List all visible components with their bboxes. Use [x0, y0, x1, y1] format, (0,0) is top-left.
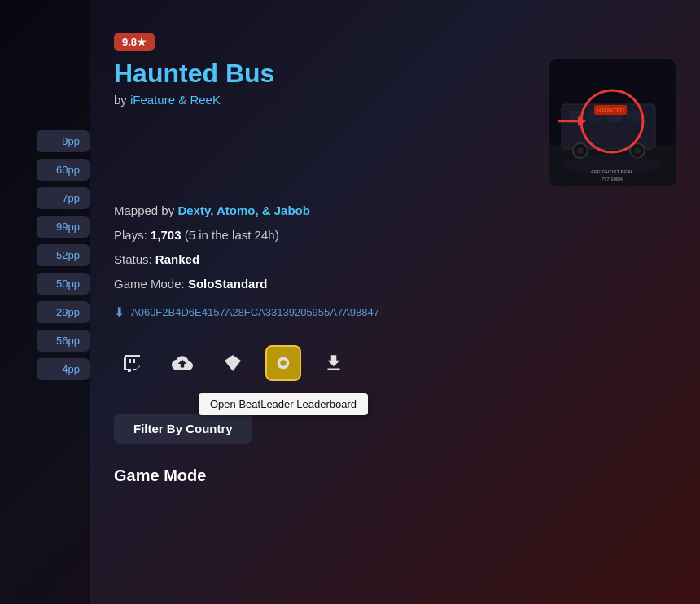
hash-download-icon: ⬇	[114, 300, 125, 326]
plays-value: 1,703	[151, 228, 182, 242]
sidebar-item-5: 52pp	[37, 244, 90, 266]
album-art: HAUNTED ARE GHOST REAL ??? 100%	[549, 59, 676, 186]
plays-recent: (5 in the last 24h)	[185, 228, 279, 242]
svg-rect-6	[626, 111, 641, 122]
sidebar-item-1: 9pp	[37, 130, 90, 152]
sidebar-item-3: 7pp	[37, 187, 90, 209]
gamemode-value: SoloStandard	[188, 277, 268, 291]
song-details: Mapped by Dexty, Atomo, & Jabob Plays: 1…	[114, 199, 676, 326]
diamond-icon	[223, 353, 243, 373]
status-line: Status: Ranked	[114, 247, 676, 272]
gamemode-line: Game Mode: SoloStandard	[114, 272, 676, 296]
album-art-svg: HAUNTED ARE GHOST REAL ??? 100%	[549, 59, 676, 186]
game-mode-heading: Game Mode	[114, 466, 676, 485]
album-art-inner: HAUNTED ARE GHOST REAL ??? 100%	[549, 59, 676, 186]
svg-text:ARE GHOST REAL: ARE GHOST REAL	[591, 169, 634, 174]
artist-prefix: by	[114, 93, 130, 107]
plays-label: Plays:	[114, 228, 151, 242]
gamemode-label: Game Mode:	[114, 277, 188, 291]
svg-text:HAUNTED: HAUNTED	[597, 107, 624, 113]
diamond-button[interactable]	[215, 345, 251, 381]
rating-badge: 9.8★	[114, 33, 155, 51]
main-content: 9.8★ Haunted Bus by iFeature & ReeK	[90, 16, 700, 604]
download-icon	[323, 352, 344, 374]
twitch-button[interactable]	[114, 345, 150, 381]
download-button[interactable]	[316, 345, 352, 381]
twitch-icon	[122, 353, 142, 373]
svg-point-12	[634, 147, 641, 154]
upload-icon	[172, 352, 193, 374]
svg-text:??? 100%: ??? 100%	[601, 177, 623, 182]
action-buttons-row: Open BeatLeader Leaderboard	[114, 345, 676, 381]
mapped-by-line: Mapped by Dexty, Atomo, & Jabob	[114, 199, 676, 223]
sidebar-item-6: 50pp	[37, 273, 90, 295]
sidebar-item-4: 99pp	[37, 216, 90, 238]
plays-line: Plays: 1,703 (5 in the last 24h)	[114, 223, 676, 247]
filter-by-country-button[interactable]: Filter By Country	[114, 414, 252, 444]
upload-button[interactable]	[164, 345, 200, 381]
status-value: Ranked	[155, 252, 199, 266]
beatleader-tooltip: Open BeatLeader Leaderboard	[199, 393, 368, 415]
sidebar-item-2: 60pp	[37, 159, 90, 181]
song-header: Haunted Bus by iFeature & ReeK	[114, 59, 676, 186]
status-label: Status:	[114, 252, 155, 266]
song-title: Haunted Bus	[114, 59, 533, 88]
artist-link[interactable]: iFeature & ReeK	[130, 93, 221, 107]
song-artist: by iFeature & ReeK	[114, 93, 533, 107]
svg-point-10	[577, 147, 584, 154]
sidebar-item-9: 4pp	[37, 358, 90, 380]
song-title-area: Haunted Bus by iFeature & ReeK	[114, 59, 533, 107]
hash-value: A060F2B4D6E4157A28FCA33139205955A7A98847	[131, 302, 379, 323]
hash-line: ⬇ A060F2B4D6E4157A28FCA33139205955A7A988…	[114, 300, 676, 326]
mappers-link[interactable]: Dexty, Atomo, & Jabob	[177, 204, 310, 217]
mapped-by-label: Mapped by	[114, 204, 177, 217]
sidebar-item-8: 56pp	[37, 330, 90, 352]
svg-point-20	[280, 360, 286, 365]
sidebar-item-7: 29pp	[37, 301, 90, 323]
beatleader-button[interactable]: Open BeatLeader Leaderboard	[265, 345, 301, 381]
beatleader-icon	[274, 354, 292, 372]
sidebar: 9pp 60pp 7pp 99pp 52pp 50pp 29pp 56pp 4p…	[0, 0, 90, 604]
